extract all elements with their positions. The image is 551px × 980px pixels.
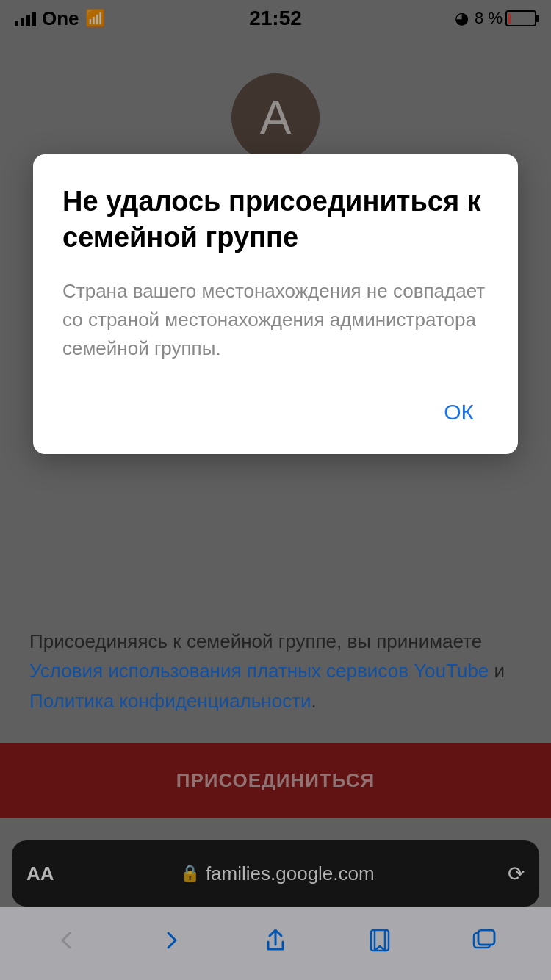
modal-title: Не удалось присоединиться к семейной гру… xyxy=(62,184,489,256)
modal-ok-button[interactable]: ОК xyxy=(429,392,489,432)
error-modal: Не удалось присоединиться к семейной гру… xyxy=(33,154,518,454)
modal-overlay: Не удалось присоединиться к семейной гру… xyxy=(0,0,551,980)
modal-actions: ОК xyxy=(62,392,489,432)
modal-body: Страна вашего местонахождения не совпада… xyxy=(62,277,489,363)
